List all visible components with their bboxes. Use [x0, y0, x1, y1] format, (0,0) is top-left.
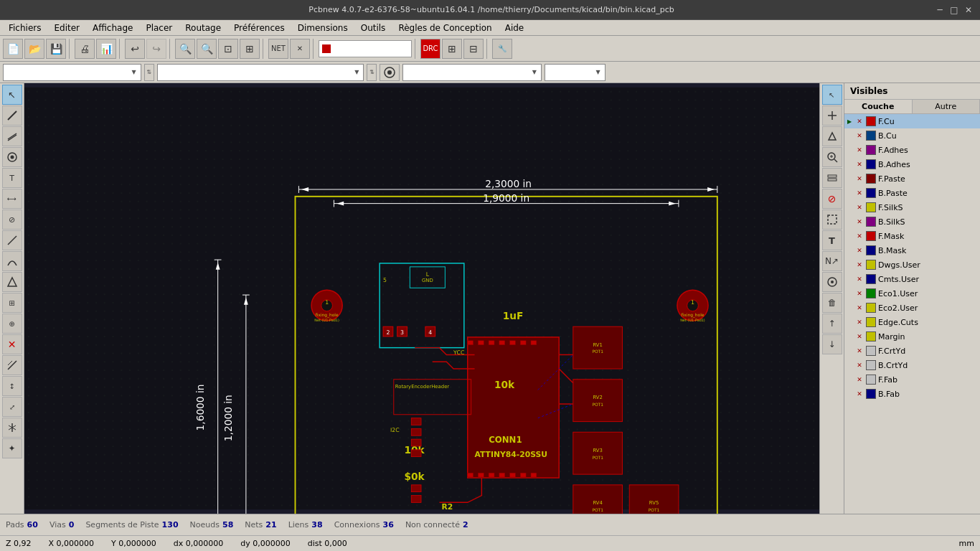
- layer-hide-button[interactable]: ✕: [855, 347, 864, 355]
- layer-row-cmts-user[interactable]: ✕Cmts.User: [844, 272, 980, 286]
- layer-row-b-crtyd[interactable]: ✕B.CrtYd: [844, 358, 980, 372]
- layer-hide-button[interactable]: ✕: [855, 246, 864, 255]
- minimize-button[interactable]: ─: [934, 4, 946, 16]
- menu-outils[interactable]: Outils: [355, 22, 392, 34]
- layer-row-dwgs-user[interactable]: ✕Dwgs.User: [844, 258, 980, 272]
- menu-dimensions[interactable]: Dimensions: [292, 22, 354, 34]
- layer-row-b-fab[interactable]: ✕B.Fab: [844, 387, 980, 401]
- print-button[interactable]: 🖨: [75, 39, 95, 59]
- add-image[interactable]: ⊞: [2, 293, 22, 313]
- drag-tool[interactable]: ⤢: [2, 397, 22, 417]
- canvas-area[interactable]: 2,3000 in 1,9000 in 1,6000 in 1,2000 in: [24, 83, 819, 514]
- rt-zoom-in[interactable]: [822, 147, 842, 167]
- layer-hide-button[interactable]: ✕: [855, 260, 864, 269]
- add-arc[interactable]: [2, 251, 22, 271]
- layer-selector[interactable]: F.Cu (PgUp) ▼: [319, 40, 412, 57]
- measure-tool[interactable]: [2, 355, 22, 375]
- layer-row-f-paste[interactable]: ✕F.Paste: [844, 171, 980, 186]
- rt-tool2[interactable]: [822, 105, 842, 126]
- layer-hide-button[interactable]: ✕: [855, 160, 864, 169]
- add-polygon[interactable]: [2, 272, 22, 292]
- add-via[interactable]: [2, 147, 22, 167]
- rt-up[interactable]: ↑: [822, 314, 842, 334]
- add-dimension[interactable]: ⟷: [2, 189, 22, 209]
- menu-regles[interactable]: Règles de Conception: [392, 22, 497, 34]
- add-text[interactable]: T: [2, 168, 22, 188]
- redo-button[interactable]: ↪: [146, 39, 166, 59]
- layer-hide-button[interactable]: ✕: [855, 189, 864, 197]
- rt-text[interactable]: T: [822, 230, 842, 250]
- rt-layers[interactable]: [822, 168, 842, 188]
- zoom-in-button[interactable]: 🔍: [175, 39, 195, 59]
- layer-row-f-fab[interactable]: ✕F.Fab: [844, 372, 980, 387]
- push-tool[interactable]: ↕: [2, 376, 22, 396]
- open-button[interactable]: 📂: [24, 39, 44, 59]
- route-differential[interactable]: [2, 126, 22, 146]
- route-track[interactable]: [2, 105, 22, 126]
- add-footprint[interactable]: ⊕: [2, 314, 22, 334]
- delete-tool[interactable]: ✕: [2, 334, 22, 354]
- rt-tool3[interactable]: [822, 126, 842, 146]
- tab-couche[interactable]: Couche: [844, 100, 913, 113]
- layer-hide-button[interactable]: ✕: [855, 217, 864, 226]
- menu-affichage[interactable]: Affichage: [87, 22, 138, 34]
- tab-autre[interactable]: Autre: [913, 100, 981, 113]
- layer-row-eco1-user[interactable]: ✕Eco1.User: [844, 286, 980, 301]
- layer-row-f-adhes[interactable]: ✕F.Adhes: [844, 143, 980, 157]
- layer-hide-button[interactable]: ✕: [855, 375, 864, 384]
- track-extra[interactable]: ⇅: [144, 64, 154, 81]
- layer-hide-button[interactable]: ✕: [855, 146, 864, 154]
- rt-down[interactable]: ↓: [822, 334, 842, 354]
- layer-hide-button[interactable]: ✕: [855, 232, 864, 240]
- layer-dropdown-arrow[interactable]: ▼: [385, 44, 390, 52]
- mirror-tool[interactable]: [2, 418, 22, 438]
- layer-hide-button[interactable]: ✕: [855, 117, 864, 126]
- rt-select[interactable]: ↖: [822, 85, 842, 105]
- layer-hide-button[interactable]: ✕: [855, 203, 864, 212]
- add-keepout[interactable]: ⊘: [2, 209, 22, 230]
- layer-hide-button[interactable]: ✕: [855, 361, 864, 369]
- menu-aide[interactable]: Aide: [499, 22, 530, 34]
- rt-north[interactable]: N↗: [822, 251, 842, 271]
- undo-button[interactable]: ↩: [125, 39, 145, 59]
- fills-button[interactable]: ⊟: [463, 39, 484, 59]
- layer-row-b-mask[interactable]: ✕B.Mask: [844, 243, 980, 258]
- layer-row-f-crtyd[interactable]: ✕F.CrtYd: [844, 344, 980, 358]
- menu-placer[interactable]: Placer: [140, 22, 178, 34]
- via-icon-button[interactable]: [380, 64, 400, 81]
- layer-row-b-silks[interactable]: ✕B.SilkS: [844, 215, 980, 229]
- via-extra[interactable]: ⇅: [367, 64, 377, 81]
- rt-no-entry[interactable]: ⊘: [822, 189, 842, 209]
- layer-hide-button[interactable]: ✕: [855, 131, 864, 140]
- track-selector[interactable]: Piste: 0,400 mm (15,75 mils) * ▼: [3, 64, 141, 81]
- ratsnest-button[interactable]: ✕: [290, 39, 310, 59]
- layer-row-f-silks[interactable]: ✕F.SilkS: [844, 200, 980, 215]
- layer-row-b-paste[interactable]: ✕B.Paste: [844, 186, 980, 200]
- layer-hide-button[interactable]: ✕: [855, 390, 864, 398]
- highlight-net[interactable]: ✦: [2, 438, 22, 458]
- save-button[interactable]: 💾: [46, 39, 66, 59]
- menu-routage[interactable]: Routage: [179, 22, 227, 34]
- plot-button[interactable]: 📊: [96, 39, 116, 59]
- grid-selector[interactable]: Grille: 0,6350 mm (25,00 mils) ▼: [402, 64, 541, 81]
- via-selector[interactable]: Via: 0,60 mm (23,6 mils)/ 0,40 mm (15,7 …: [157, 64, 364, 81]
- close-button[interactable]: ✕: [963, 4, 974, 16]
- layer-row-f-cu[interactable]: ▶✕F.Cu: [844, 114, 980, 128]
- drc-button[interactable]: DRC: [420, 39, 440, 59]
- layer-row-edge-cuts[interactable]: ✕Edge.Cuts: [844, 315, 980, 329]
- footprint-button[interactable]: 🔧: [492, 39, 512, 59]
- layer-hide-button[interactable]: ✕: [855, 275, 864, 283]
- zoom-out-button[interactable]: 🔍: [197, 39, 217, 59]
- layers-button[interactable]: ⊞: [442, 39, 462, 59]
- layer-row-eco2-user[interactable]: ✕Eco2.User: [844, 301, 980, 315]
- netlist-button[interactable]: NET: [268, 39, 288, 59]
- maximize-button[interactable]: □: [948, 4, 960, 16]
- rt-zoom-fit[interactable]: [822, 272, 842, 292]
- menu-editer[interactable]: Editer: [48, 22, 85, 34]
- zoom-selector[interactable]: Zoom Auto ▼: [545, 64, 606, 81]
- select-tool[interactable]: ↖: [2, 85, 22, 105]
- layer-hide-button[interactable]: ✕: [855, 332, 864, 341]
- layer-hide-button[interactable]: ✕: [855, 289, 864, 298]
- layer-hide-button[interactable]: ✕: [855, 174, 864, 183]
- layer-hide-button[interactable]: ✕: [855, 318, 864, 326]
